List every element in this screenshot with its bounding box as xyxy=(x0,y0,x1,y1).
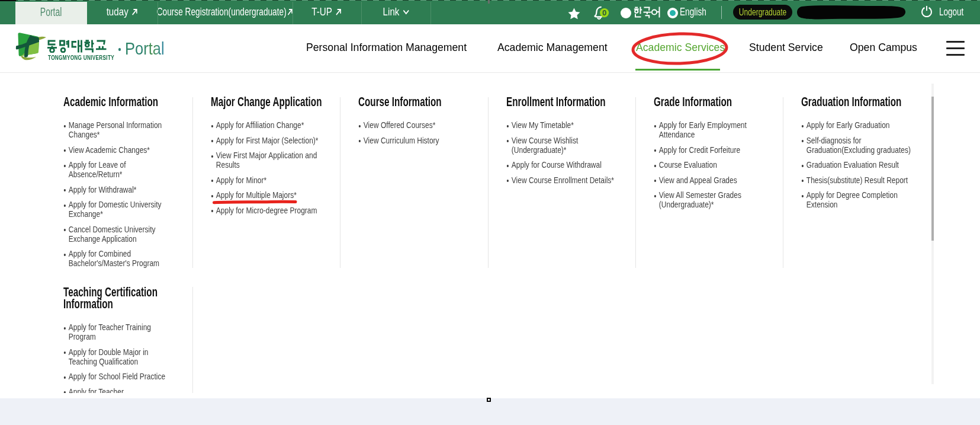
svg-text:0: 0 xyxy=(602,8,606,17)
